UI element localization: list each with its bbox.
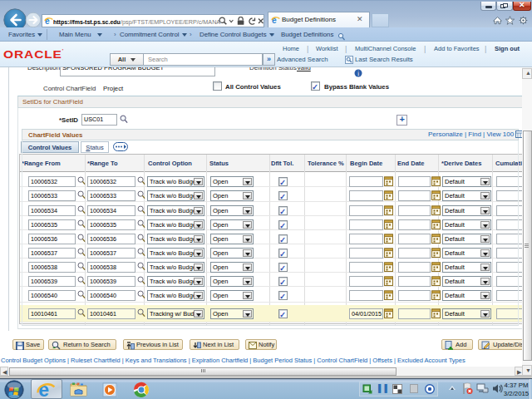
- svg-text:e: e: [38, 380, 49, 399]
